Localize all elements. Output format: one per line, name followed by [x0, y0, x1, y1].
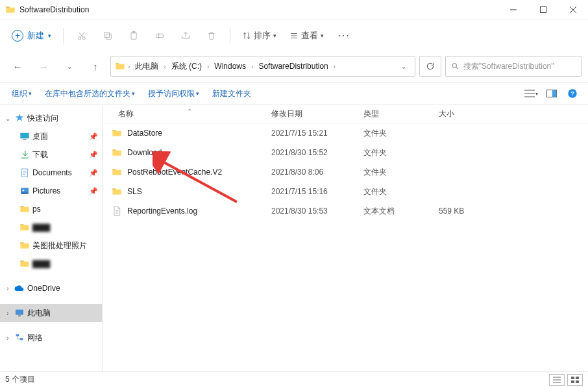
sidebar-label: 网络 — [27, 332, 43, 343]
file-type: 文件夹 — [363, 147, 439, 158]
organize-button[interactable]: 组织▾ — [6, 86, 37, 102]
chevron-right-icon: › — [207, 63, 209, 70]
view-options-button[interactable]: ▾ — [522, 86, 540, 101]
chevron-down-icon: ⌄ — [4, 115, 12, 122]
sidebar-label: 此电脑 — [27, 308, 51, 319]
refresh-button[interactable] — [419, 56, 441, 77]
details-view-button[interactable] — [549, 374, 565, 386]
new-folder-button[interactable]: 新建文件夹 — [207, 86, 256, 102]
network-icon — [14, 332, 25, 343]
sidebar-downloads[interactable]: 下载 📌 — [0, 145, 102, 164]
breadcrumb-item[interactable]: SoftwareDistribution — [256, 62, 330, 71]
minimize-button[interactable] — [498, 0, 528, 19]
copy-button[interactable] — [95, 24, 121, 47]
address-dropdown[interactable]: ⌄ — [397, 62, 411, 71]
main-area: ⌄ 快速访问 桌面 📌 下载 📌 Documents 📌 Pictures 📌 … — [0, 105, 588, 371]
view-button[interactable]: 查看 ▾ — [283, 26, 330, 45]
more-button[interactable]: ··· — [330, 31, 358, 40]
new-label: 新建 — [27, 30, 44, 42]
svg-rect-15 — [21, 158, 29, 158]
file-name: PostRebootEventCache.V2 — [127, 168, 222, 177]
sidebar-label: ▇▇▇ — [32, 223, 50, 232]
column-size[interactable]: 大小 — [439, 108, 588, 119]
column-date[interactable]: 修改日期 — [271, 108, 363, 119]
sidebar-item[interactable]: ▇▇▇ — [0, 255, 102, 273]
search-box[interactable] — [445, 56, 582, 77]
chevron-down-icon: ▾ — [273, 32, 276, 39]
pictures-icon — [19, 186, 30, 196]
separator — [63, 28, 64, 44]
sidebar-this-pc[interactable]: › 此电脑 — [0, 304, 102, 322]
forward-button[interactable]: → — [32, 55, 55, 77]
delete-button[interactable] — [199, 24, 225, 47]
organize-label: 组织 — [12, 88, 27, 99]
sidebar: ⌄ 快速访问 桌面 📌 下载 📌 Documents 📌 Pictures 📌 … — [0, 105, 103, 371]
file-row[interactable]: Download2021/8/30 15:52文件夹 — [103, 143, 588, 162]
sidebar-onedrive[interactable]: › OneDrive — [0, 279, 102, 297]
grant-access-button[interactable]: 授予访问权限▾ — [143, 86, 204, 102]
svg-rect-13 — [20, 133, 29, 139]
sort-indicator-icon: ⌃ — [187, 108, 192, 115]
paste-button[interactable] — [121, 24, 147, 47]
sort-button[interactable]: 排序 ▾ — [236, 26, 283, 45]
folder-icon — [19, 222, 30, 232]
file-icon — [112, 206, 122, 216]
sidebar-label: 美图批处理照片 — [32, 240, 87, 251]
file-row[interactable]: SLS2021/7/15 15:16文件夹 — [103, 182, 588, 201]
column-label: 名称 — [118, 109, 134, 118]
share-button[interactable] — [173, 24, 199, 47]
help-button[interactable]: ? — [563, 86, 582, 101]
sidebar-network[interactable]: › 网络 — [0, 329, 102, 347]
breadcrumb-item[interactable]: Windows — [212, 62, 249, 71]
file-type: 文件夹 — [363, 167, 439, 178]
address-bar[interactable]: › 此电脑 › 系统 (C:) › Windows › SoftwareDist… — [110, 56, 415, 77]
newfolder-label: 新建文件夹 — [212, 88, 251, 99]
file-row[interactable]: PostRebootEventCache.V22021/8/30 8:06文件夹 — [103, 162, 588, 182]
up-button[interactable]: ↑ — [84, 55, 106, 77]
file-row[interactable]: ReportingEvents.log2021/8/30 15:53文本文档55… — [103, 201, 588, 221]
sidebar-ps[interactable]: ps — [0, 200, 102, 218]
pin-icon: 📌 — [89, 169, 98, 177]
breadcrumb-item[interactable]: 系统 (C:) — [169, 61, 204, 72]
sidebar-quick-access[interactable]: ⌄ 快速访问 — [0, 109, 102, 127]
svg-point-1 — [79, 37, 81, 40]
sidebar-label: ps — [32, 205, 41, 214]
search-input[interactable] — [463, 62, 576, 71]
pc-icon — [14, 308, 25, 318]
sidebar-meitu[interactable]: 美图批处理照片 — [0, 236, 102, 255]
column-label: 大小 — [439, 109, 454, 118]
document-icon — [19, 168, 30, 178]
file-type: 文件夹 — [363, 128, 439, 139]
include-in-library-button[interactable]: 在库中包含所选的文件夹▾ — [40, 86, 140, 102]
view-icon — [289, 31, 299, 40]
maximize-button[interactable] — [528, 0, 558, 19]
close-button[interactable] — [558, 0, 588, 19]
file-list: 名称⌃ 修改日期 类型 大小 DataStore2021/7/15 15:21文… — [103, 105, 588, 371]
sidebar-documents[interactable]: Documents 📌 — [0, 164, 102, 182]
chevron-right-icon: › — [334, 63, 336, 70]
column-name[interactable]: 名称⌃ — [103, 108, 271, 119]
status-bar: 5 个项目 — [0, 371, 588, 387]
column-headers: 名称⌃ 修改日期 类型 大小 — [103, 105, 588, 123]
chevron-right-icon: › — [4, 334, 12, 342]
file-row[interactable]: DataStore2021/7/15 15:21文件夹 — [103, 123, 588, 143]
column-type[interactable]: 类型 — [363, 108, 439, 119]
sidebar-item[interactable]: ▇▇▇ — [0, 218, 102, 236]
sidebar-desktop[interactable]: 桌面 📌 — [0, 127, 102, 145]
folder-icon — [19, 240, 30, 251]
cut-button[interactable] — [69, 24, 95, 47]
sidebar-label: Pictures — [32, 186, 60, 195]
svg-rect-7 — [156, 34, 164, 37]
breadcrumb-item[interactable]: 此电脑 — [132, 61, 161, 72]
file-size: 559 KB — [439, 206, 588, 216]
recent-button[interactable]: ⌄ — [58, 55, 80, 77]
svg-rect-14 — [23, 139, 26, 140]
tiles-view-button[interactable] — [567, 374, 583, 386]
separator — [230, 28, 230, 44]
new-button[interactable]: + 新建 ▾ — [5, 26, 58, 45]
rename-button[interactable] — [147, 24, 173, 47]
sidebar-pictures[interactable]: Pictures 📌 — [0, 182, 102, 200]
svg-rect-25 — [571, 381, 574, 383]
back-button[interactable]: ← — [6, 55, 29, 77]
preview-pane-button[interactable] — [543, 86, 561, 101]
